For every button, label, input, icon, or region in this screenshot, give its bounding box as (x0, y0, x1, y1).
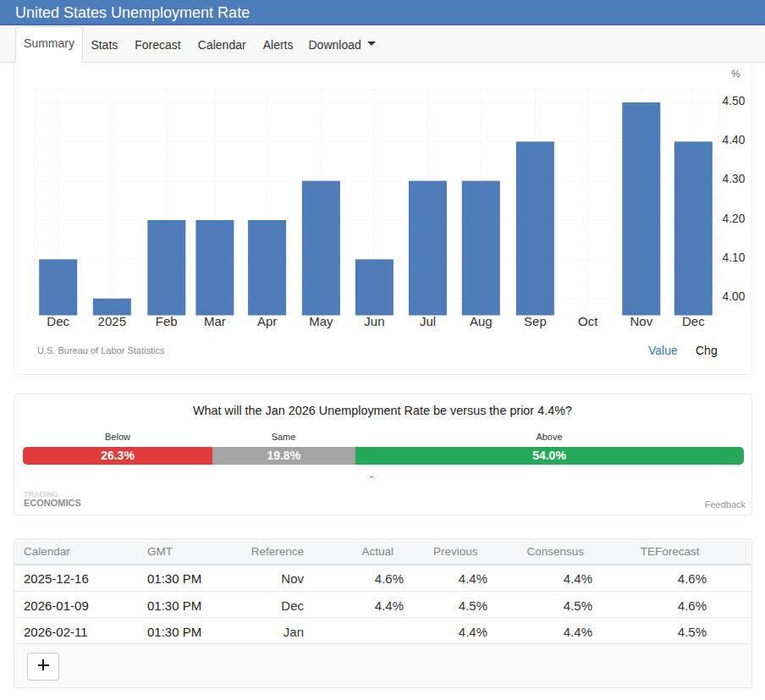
svg-text:2025: 2025 (98, 313, 126, 328)
svg-text:Jun: Jun (364, 313, 384, 328)
svg-text:4.10: 4.10 (723, 251, 746, 264)
svg-text:4.40: 4.40 (723, 134, 746, 146)
svg-text:Mar: Mar (204, 313, 226, 328)
svg-text:May: May (309, 313, 333, 328)
svg-text:Dec: Dec (47, 313, 69, 328)
svg-text:Nov: Nov (630, 313, 652, 328)
svg-text:Oct: Oct (578, 313, 598, 328)
svg-text:Jul: Jul (420, 313, 436, 328)
svg-text:4.50: 4.50 (723, 94, 746, 107)
svg-text:4.20: 4.20 (723, 212, 746, 224)
svg-text:Apr: Apr (257, 313, 277, 328)
svg-text:%: % (731, 69, 740, 79)
svg-text:Feb: Feb (156, 313, 178, 328)
svg-text:Dec: Dec (682, 313, 705, 328)
svg-text:4.30: 4.30 (723, 173, 746, 185)
svg-text:4.00: 4.00 (723, 290, 746, 303)
svg-text:Sep: Sep (524, 313, 547, 328)
svg-text:Aug: Aug (470, 313, 493, 328)
